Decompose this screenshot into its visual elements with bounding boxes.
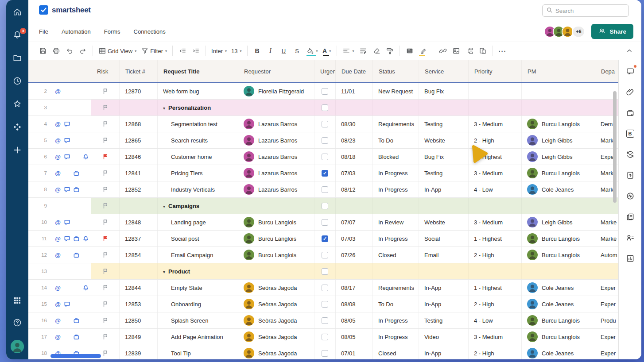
row-number[interactable]: 3 [28, 105, 53, 110]
cell-request-title[interactable]: Personalization [158, 100, 238, 116]
cell-due-date[interactable]: 08/08 [336, 296, 373, 312]
proof-icon[interactable] [72, 169, 81, 178]
cell-urgent[interactable] [314, 198, 336, 214]
cell-due-date[interactable]: 11/01 [336, 83, 373, 99]
cell-risk[interactable] [91, 181, 120, 197]
align-left-button[interactable]: ▾ [341, 45, 356, 57]
column-header-due-date[interactable]: Due Date [336, 60, 373, 82]
cell-status[interactable]: New Request [373, 83, 419, 99]
checkbox-unchecked[interactable] [322, 121, 328, 127]
cell-pm[interactable]: Burcu Langlois [522, 116, 595, 132]
cell-ticket[interactable]: 12846 [120, 149, 158, 165]
cell-request-title[interactable]: Customer home [158, 149, 238, 165]
cell-service[interactable]: In-App [419, 181, 469, 197]
cell-service[interactable]: In-App [419, 280, 469, 296]
cell-requestor[interactable]: Seòras Jagoda [238, 329, 314, 345]
proof-icon[interactable] [72, 332, 81, 342]
column-header-request-title[interactable]: Request Title [158, 60, 238, 82]
cell-requestor[interactable]: Lazarus Barros [238, 181, 314, 197]
cell-ticket[interactable]: 12870 [120, 83, 158, 99]
cell-priority[interactable]: 3 - Medium [469, 329, 522, 345]
bold-button[interactable]: B [251, 45, 264, 57]
cell-request-title[interactable]: Splash Screen [158, 312, 238, 328]
cell-due-date[interactable]: 08/05 [336, 329, 373, 345]
cell-urgent[interactable] [314, 296, 336, 312]
cell-request-title[interactable]: Onboarding [158, 296, 238, 312]
cell-urgent[interactable] [314, 312, 336, 328]
cell-department[interactable]: Exper [595, 296, 618, 312]
cell-status[interactable]: Closed [373, 345, 419, 359]
insert-image-button[interactable] [450, 45, 462, 57]
sidebar-item-browse[interactable] [12, 53, 23, 65]
checkbox-unchecked[interactable] [322, 334, 328, 340]
panel-brandfolder-button[interactable]: B [625, 128, 636, 139]
panel-metrics-button[interactable] [625, 253, 636, 264]
cell-status[interactable] [373, 100, 419, 116]
cell-priority[interactable]: 3 - Medium [469, 214, 522, 230]
cell-requestor[interactable]: Seòras Jagoda [238, 345, 314, 359]
cell-department[interactable]: Marke [595, 214, 618, 230]
cell-status[interactable]: In Progress [373, 181, 419, 197]
cell-risk[interactable] [91, 116, 120, 132]
cell-ticket[interactable]: 12848 [120, 214, 158, 230]
print-button[interactable] [50, 45, 62, 57]
cell-request-title[interactable]: Pricing Tiers [158, 165, 238, 181]
cell-department[interactable]: Exper [595, 345, 618, 359]
reminder-icon[interactable] [81, 234, 90, 243]
cell-pm[interactable]: Burcu Langlois [522, 247, 595, 263]
cell-department[interactable]: Marke [595, 231, 618, 246]
cell-service[interactable]: Email [419, 247, 469, 263]
highlight-button[interactable] [417, 45, 429, 57]
panel-update-requests-button[interactable] [625, 149, 636, 160]
cell-requestor[interactable]: Seòras Jagoda [238, 312, 314, 328]
cell-department[interactable]: Autom [595, 247, 618, 263]
menu-file[interactable]: File [39, 28, 48, 35]
cell-pm[interactable] [522, 198, 595, 214]
cell-request-title[interactable]: Segmentation test [158, 116, 238, 132]
proof-icon[interactable] [72, 316, 81, 325]
cell-requestor[interactable] [238, 263, 314, 279]
cell-due-date[interactable] [336, 263, 373, 279]
cell-risk[interactable] [91, 83, 120, 99]
cell-request-title[interactable]: Industry Verticals [158, 181, 238, 197]
cell-format-button[interactable] [403, 45, 416, 57]
cell-service[interactable]: Testing [419, 165, 469, 181]
cell-ticket[interactable] [120, 263, 158, 279]
comment-icon[interactable] [62, 234, 72, 243]
cell-status[interactable]: In Review [373, 214, 419, 230]
cell-service[interactable]: In-App [419, 345, 469, 359]
cell-urgent[interactable] [314, 83, 336, 99]
cell-requestor[interactable]: Burcu Langlois [238, 231, 314, 246]
cell-pm[interactable]: Burcu Langlois [522, 329, 595, 345]
sidebar-item-favorites[interactable] [12, 99, 23, 111]
column-header-urgent[interactable]: Urgent [314, 60, 336, 82]
outdent-button[interactable] [176, 45, 189, 57]
attachment-icon[interactable]: @ [53, 332, 62, 342]
attachment-icon[interactable]: @ [53, 316, 62, 325]
attachment-icon[interactable]: @ [53, 87, 62, 96]
row-number[interactable]: 8 [28, 187, 53, 192]
proof-icon[interactable] [72, 250, 81, 260]
sidebar-item-recents[interactable] [12, 76, 23, 88]
row-number[interactable]: 16 [28, 318, 53, 323]
cell-department[interactable]: Exper [595, 329, 618, 345]
cell-risk[interactable] [91, 132, 120, 148]
cell-requestor[interactable]: Lazarus Barros [238, 116, 314, 132]
cell-service[interactable]: Website [419, 132, 469, 148]
clear-format-button[interactable] [370, 45, 383, 57]
cell-ticket[interactable] [120, 198, 158, 214]
checkbox-unchecked[interactable] [322, 317, 328, 324]
cell-ticket[interactable]: 12853 [120, 296, 158, 312]
panel-conversations-button[interactable] [625, 65, 636, 77]
reminder-icon[interactable] [81, 283, 90, 293]
search-box[interactable] [542, 4, 629, 17]
cell-request-title[interactable]: Web form bug [158, 83, 238, 99]
column-header-priority[interactable]: Priority [469, 60, 522, 82]
row-number[interactable]: 2 [28, 89, 53, 94]
cell-urgent[interactable] [314, 345, 336, 359]
cell-request-title[interactable]: Tool Tip [158, 345, 238, 359]
cell-requestor[interactable] [238, 100, 314, 116]
cell-due-date[interactable] [336, 198, 373, 214]
attachment-icon[interactable]: @ [53, 234, 62, 243]
cell-priority[interactable] [469, 263, 522, 279]
